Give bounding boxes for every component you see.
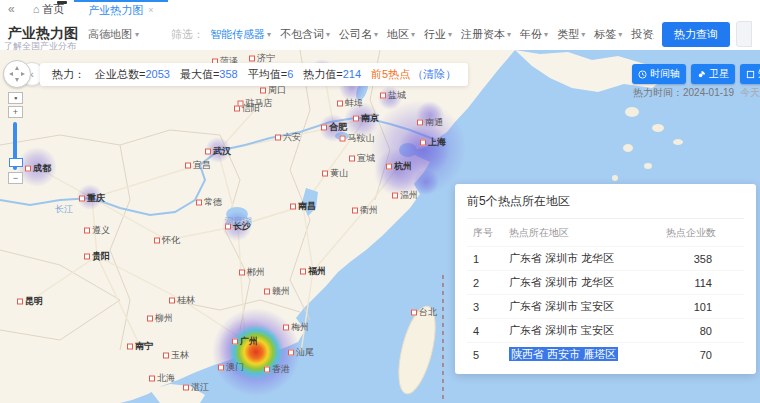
- chevron-down-icon: ▾: [326, 30, 330, 39]
- stat-value: 214: [343, 68, 361, 80]
- stat-value: 358: [219, 68, 237, 80]
- row-region: 广东省 深圳市 宝安区: [509, 299, 654, 314]
- zoom-slider-handle[interactable]: [9, 158, 23, 167]
- filter-bar: 智能传感器▾不包含词▾公司名▾地区▾行业▾注册资本▾年份▾类型▾标签▾投资来源▾…: [210, 27, 654, 42]
- filter-5[interactable]: 注册资本▾: [461, 27, 511, 42]
- filter-label: 公司名: [339, 27, 372, 42]
- stat-value: 6: [287, 68, 293, 80]
- clear-link[interactable]: （清除）: [412, 67, 456, 82]
- row-region-text: 陕西省 西安市 雁塔区: [509, 347, 618, 361]
- chevron-down-icon: ▾: [507, 30, 511, 39]
- heat-time-today[interactable]: 今天: [740, 87, 760, 98]
- tool-label: 卫星: [709, 67, 729, 81]
- row-no: 3: [467, 301, 509, 313]
- row-region: 广东省 深圳市 宝安区: [509, 323, 654, 338]
- zoom-in-button[interactable]: +: [8, 106, 23, 118]
- app-window: « ⌂ 首页 产业热力图 × 产业热力图 高德地图 ▾ 筛选： 智能传感器▾不包…: [0, 0, 760, 403]
- tab-heatmap-label: 产业热力图: [88, 3, 143, 18]
- filter-8[interactable]: 标签▾: [594, 27, 622, 42]
- filter-label: 年份: [520, 27, 542, 42]
- chevron-down-icon: ▾: [135, 30, 139, 39]
- row-region: 广东省 深圳市 龙华区: [509, 275, 654, 290]
- row-count: 101: [654, 301, 744, 313]
- stats-prefix: 热力：: [52, 67, 85, 82]
- filter-6[interactable]: 年份▾: [520, 27, 548, 42]
- satellite-icon: [697, 70, 706, 79]
- tool-卫星[interactable]: 卫星: [691, 64, 735, 84]
- chevron-down-icon: ▾: [267, 30, 271, 39]
- col-no: 序号: [467, 226, 509, 240]
- table-row[interactable]: 2广东省 深圳市 龙华区114: [467, 270, 744, 294]
- tab-heatmap[interactable]: 产业热力图 ×: [74, 0, 167, 18]
- filter-label: 标签: [594, 27, 616, 42]
- col-count: 热点企业数: [654, 226, 744, 240]
- top5-hotspot-link[interactable]: 前5热点: [371, 67, 410, 82]
- filter-4[interactable]: 行业▾: [424, 27, 452, 42]
- row-count: 80: [654, 325, 744, 337]
- hotspot-panel-title: 前5个热点所在地区: [467, 193, 744, 219]
- overview-button[interactable]: ▪: [8, 92, 23, 104]
- filter-1[interactable]: 不包含词▾: [280, 27, 330, 42]
- tool-矩形[interactable]: 矩形: [740, 64, 760, 84]
- filter-7[interactable]: 类型▾: [557, 27, 585, 42]
- stat-1: 最大值=358: [180, 67, 238, 82]
- map-tools: 时间轴卫星矩形收藏: [632, 64, 760, 84]
- chevron-down-icon: ▾: [448, 30, 452, 39]
- heat-stats-bar: ‹ 热力： 企业总数=2053最大值=358平均值=6热力值=214 前5热点 …: [20, 62, 468, 86]
- compass-icon: [4, 61, 30, 87]
- toolbar: 产业热力图 高德地图 ▾ 筛选： 智能传感器▾不包含词▾公司名▾地区▾行业▾注册…: [0, 18, 760, 50]
- chevron-down-icon: ▾: [544, 30, 548, 39]
- filter-label: 筛选：: [171, 27, 204, 42]
- stat-0: 企业总数=2053: [95, 67, 170, 82]
- zoom-out-button[interactable]: −: [8, 172, 23, 184]
- chevron-down-icon: ▾: [374, 30, 378, 39]
- cut-button[interactable]: [736, 21, 752, 47]
- clock-icon: [638, 70, 647, 79]
- filter-0[interactable]: 智能传感器▾: [210, 27, 271, 42]
- table-body: 1广东省 深圳市 龙华区3582广东省 深圳市 龙华区1143广东省 深圳市 宝…: [467, 246, 744, 366]
- tool-时间轴[interactable]: 时间轴: [632, 64, 686, 84]
- compass-control[interactable]: [3, 60, 31, 88]
- row-region-text: 广东省 深圳市 龙华区: [509, 252, 614, 264]
- filter-3[interactable]: 地区▾: [387, 27, 415, 42]
- stats-items: 企业总数=2053最大值=358平均值=6热力值=214: [95, 67, 361, 82]
- filter-label: 智能传感器: [210, 27, 265, 42]
- row-region-text: 广东省 深圳市 宝安区: [509, 300, 614, 312]
- filter-label: 不包含词: [280, 27, 324, 42]
- filter-label: 注册资本: [461, 27, 505, 42]
- close-icon[interactable]: ×: [148, 5, 153, 15]
- col-region: 热点所在地区: [509, 226, 654, 240]
- page-subtitle: 了解全国产业分布: [4, 40, 76, 53]
- basemap-select-label: 高德地图: [88, 27, 132, 42]
- tool-label: 时间轴: [650, 67, 680, 81]
- row-region: 陕西省 西安市 雁塔区: [509, 347, 654, 362]
- filter-label: 行业: [424, 27, 446, 42]
- basemap-select[interactable]: 高德地图 ▾: [88, 27, 139, 42]
- chevron-down-icon: ▾: [411, 30, 415, 39]
- home-icon: ⌂: [33, 3, 40, 15]
- stat-value: 2053: [145, 68, 169, 80]
- row-count: 358: [654, 253, 744, 265]
- row-count: 70: [654, 349, 744, 361]
- heat-query-button[interactable]: 热力查询: [662, 22, 730, 47]
- row-no: 4: [467, 325, 509, 337]
- row-no: 1: [467, 253, 509, 265]
- row-no: 2: [467, 277, 509, 289]
- heat-time-date: 2024-01-19: [683, 87, 734, 98]
- filter-label: 投资来源: [631, 27, 654, 42]
- table-row[interactable]: 4广东省 深圳市 宝安区80: [467, 318, 744, 342]
- sidebar-collapse-icon[interactable]: «: [8, 2, 15, 16]
- table-row[interactable]: 5陕西省 西安市 雁塔区70: [467, 342, 744, 366]
- table-row[interactable]: 1广东省 深圳市 龙华区358: [467, 246, 744, 270]
- row-count: 114: [654, 277, 744, 289]
- filter-9[interactable]: 投资来源▾: [631, 27, 654, 42]
- row-region-text: 广东省 深圳市 宝安区: [509, 324, 614, 336]
- tab-bar: « ⌂ 首页 产业热力图 ×: [0, 0, 760, 19]
- stat-2: 平均值=6: [248, 67, 294, 82]
- row-no: 5: [467, 349, 509, 361]
- chevron-down-icon: ▾: [581, 30, 585, 39]
- row-region: 广东省 深圳市 龙华区: [509, 251, 654, 266]
- filter-2[interactable]: 公司名▾: [339, 27, 378, 42]
- table-header: 序号 热点所在地区 热点企业数: [467, 219, 744, 246]
- table-row[interactable]: 3广东省 深圳市 宝安区101: [467, 294, 744, 318]
